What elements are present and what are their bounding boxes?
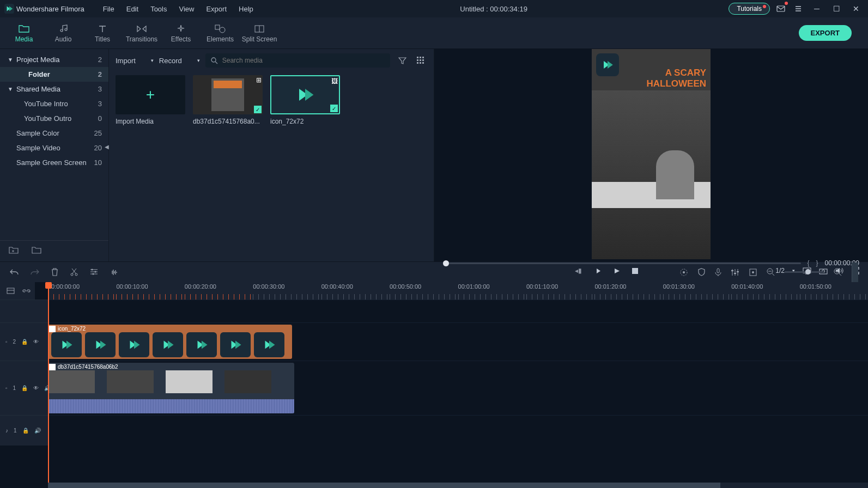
grid-view-icon[interactable] [414,54,427,67]
chevron-down-icon: ▼ [7,86,14,92]
preview-viewport[interactable]: A SCARYHALLOWEEN [434,49,868,259]
undo-icon[interactable] [10,269,19,276]
sidebar-item-folder[interactable]: Folder2 [0,67,108,82]
delete-icon[interactable] [51,268,58,276]
clip-video1[interactable]: db37d1c57415768a06b2 [48,363,294,413]
menu-tools[interactable]: Tools [145,3,172,15]
prev-frame-icon[interactable]: ◂▮ [575,267,582,274]
main-tabstrip: Media Audio Titles Transitions Effects E… [0,17,868,49]
svg-rect-34 [7,288,14,294]
transition-icon [136,23,147,34]
svg-point-3 [220,27,225,33]
sidebar-item-sample-video[interactable]: Sample Video20 [0,141,108,155]
clip-icon72[interactable]: icon_72x72 [48,325,292,359]
scrub-bar[interactable] [443,263,801,264]
menu-bar: File Edit Tools View Export Help [98,3,259,15]
audio-adjust-icon[interactable] [110,269,119,276]
zoom-slider[interactable] [785,271,824,273]
zoom-out-icon[interactable] [767,268,775,276]
timeline-ruler[interactable]: 00:00:00:00 00:00:10:00 00:00:20:00 00:0… [48,282,868,300]
maximize-button[interactable]: ☐ [829,1,844,16]
svg-rect-29 [737,271,739,272]
zoom-fit-icon[interactable] [852,263,858,282]
notification-dot-icon [785,2,788,5]
sidebar-item-sample-color[interactable]: Sample Color25 [0,126,108,141]
record-dropdown[interactable]: Record▾ [159,57,200,65]
tab-effects[interactable]: Effects [161,18,201,48]
music-icon [58,23,68,34]
menu-edit[interactable]: Edit [121,3,144,15]
messages-icon[interactable] [774,2,787,15]
menu-file[interactable]: File [98,3,120,15]
import-media-card[interactable]: + Import Media [116,75,185,125]
zoom-handle[interactable] [805,269,811,274]
close-button[interactable]: ✕ [848,1,864,16]
timeline-tool1-icon[interactable] [7,288,15,294]
tab-audio[interactable]: Audio [44,18,83,48]
svg-point-20 [75,273,77,276]
eye-icon[interactable]: 👁 [33,385,39,391]
adjust-icon[interactable] [90,269,98,276]
tab-media[interactable]: Media [4,18,44,48]
play-icon[interactable] [613,267,620,274]
track-v2[interactable]: ▫2🔒👁 icon_72x72 [0,322,868,361]
menu-help[interactable]: Help [233,3,259,15]
media-card-icon[interactable]: 🖼 ✓ icon_72x72 [270,75,340,125]
search-input[interactable] [205,53,390,68]
folder-icon [19,23,29,34]
cut-icon[interactable] [70,268,78,276]
check-icon: ✓ [254,106,262,113]
mic-icon[interactable] [715,268,721,277]
mixer-icon[interactable] [731,269,739,276]
track-video-icon: ▫ [5,339,8,345]
speaker-icon[interactable]: 🔊 [34,428,41,434]
menu-view[interactable]: View [173,3,199,15]
color-icon[interactable] [679,268,688,277]
tutorials-button[interactable]: Tutorials [729,3,770,15]
sidebar-item-project-media[interactable]: ▼Project Media2 [0,52,108,67]
stop-icon[interactable] [632,268,638,274]
menu-list-icon[interactable] [792,2,805,15]
menu-export[interactable]: Export [201,3,232,15]
redo-icon[interactable] [31,269,39,276]
text-icon [98,23,107,34]
play-start-icon[interactable] [594,267,601,274]
collapse-sidebar-icon[interactable]: ◀ [105,144,109,150]
timeline-scrollbar[interactable] [48,483,868,488]
marker-icon[interactable] [749,269,757,276]
playhead[interactable] [48,282,49,488]
scrub-handle[interactable] [443,260,449,266]
sidebar-item-shared-media[interactable]: ▼Shared Media3 [0,82,108,96]
lock-icon[interactable]: 🔒 [21,339,28,345]
filter-icon[interactable] [396,54,409,67]
sidebar-item-youtube-intro[interactable]: YouTube Intro3 [0,96,108,111]
lock-icon[interactable]: 🔒 [22,428,29,434]
tab-elements[interactable]: Elements [201,18,240,48]
lock-icon[interactable]: 🔒 [21,385,28,391]
link-icon[interactable] [22,288,31,294]
new-folder-icon[interactable] [9,246,19,254]
shield-icon[interactable] [698,268,705,276]
sidebar: ▼Project Media2 Folder2 ▼Shared Media3 Y… [0,49,109,261]
zoom-in-icon[interactable] [834,268,842,276]
export-button[interactable]: EXPORT [799,25,852,41]
svg-point-5 [211,58,216,62]
sidebar-item-youtube-outro[interactable]: YouTube Outro0 [0,111,108,126]
eye-icon[interactable]: 👁 [33,339,39,345]
minimize-button[interactable]: ─ [809,1,824,16]
sidebar-item-sample-green[interactable]: Sample Green Screen10 [0,155,108,170]
notification-dot-icon [763,5,766,8]
main-area: ▼Project Media2 Folder2 ▼Shared Media3 Y… [0,49,868,261]
tab-split-screen[interactable]: Split Screen [240,18,279,48]
svg-rect-28 [734,273,736,274]
track-a1[interactable]: ♪1🔒🔊 [0,415,868,446]
media-card-video[interactable]: ⊞ ✓ db37d1c57415768a0... [193,75,263,125]
import-dropdown[interactable]: Import▾ [116,57,154,65]
overlay-text: A SCARYHALLOWEEN [646,68,706,90]
media-panel: Import▾ Record▾ + Import Media ⊞ ✓ db37d… [109,49,434,261]
svg-point-22 [95,271,96,273]
track-v1[interactable]: ▫1🔒👁🔊 db37d1c57415768a06b2 [0,361,868,415]
tab-transitions[interactable]: Transitions [122,18,161,48]
folder-icon[interactable] [32,246,41,254]
tab-titles[interactable]: Titles [83,18,122,48]
